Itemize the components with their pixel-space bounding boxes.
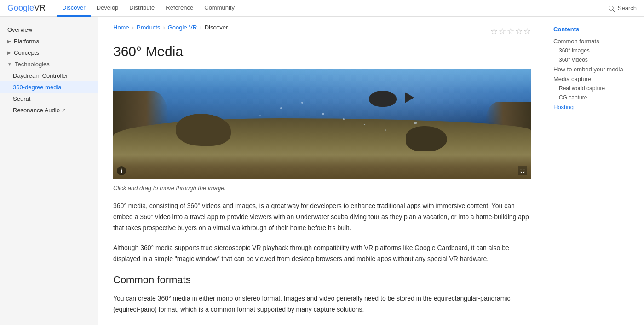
nav-link-distribute[interactable]: Distribute [124, 0, 160, 17]
left-sidebar: Overview▶Platforms▶Concepts▼Technologies… [0, 17, 98, 325]
breadcrumb-sep2: › [163, 24, 165, 31]
page-layout: Overview▶Platforms▶Concepts▼Technologies… [0, 17, 644, 325]
breadcrumb-row: Home › Products › Google VR › Discover ☆… [113, 24, 531, 38]
nav-link-community[interactable]: Community [199, 0, 240, 17]
toc-item-cg-capture[interactable]: CG capture [546, 93, 644, 102]
media-info-icon[interactable]: ℹ [117, 166, 126, 175]
breadcrumb-home[interactable]: Home [113, 24, 129, 31]
sidebar-item-label: Seurat [13, 95, 30, 102]
toc-item-how-to-embed-your-media[interactable]: How to embed your media [546, 64, 644, 74]
breadcrumb-products[interactable]: Products [137, 24, 160, 31]
breadcrumb-sep3: › [200, 24, 201, 31]
fish [369, 88, 406, 109]
toc-item-real-world-capture[interactable]: Real world capture [546, 84, 644, 93]
page-title: 360° Media [113, 44, 531, 59]
external-link-icon: ↗ [62, 107, 66, 113]
star-1[interactable]: ☆ [490, 26, 498, 36]
bubble3 [322, 113, 324, 115]
sidebar-item-label: Overview [7, 26, 32, 33]
media-fullscreen-icon[interactable] [518, 166, 527, 175]
star-5[interactable]: ☆ [523, 26, 531, 36]
star-2[interactable]: ☆ [499, 26, 506, 36]
svg-line-1 [613, 10, 615, 12]
bubble8 [301, 102, 303, 104]
sidebar-item-label: Daydream Controller [13, 72, 68, 79]
sidebar-item-platforms[interactable]: ▶Platforms [0, 35, 98, 47]
bubble6 [414, 122, 417, 124]
main-content: Home › Products › Google VR › Discover ☆… [98, 17, 546, 325]
toc-item-360-images[interactable]: 360° images [546, 46, 644, 55]
fish-tail [405, 92, 414, 103]
toc-item-common-formats[interactable]: Common formats [546, 36, 644, 46]
star-3[interactable]: ☆ [507, 26, 514, 36]
bubble7 [259, 115, 261, 116]
svg-point-0 [609, 6, 613, 10]
section-title-formats: Common formats [113, 274, 531, 286]
sidebar-item-concepts[interactable]: ▶Concepts [0, 47, 98, 58]
logo-google: Google [7, 3, 34, 13]
breadcrumb-current: Discover [205, 24, 228, 31]
media-container: ℹ [113, 69, 531, 179]
search-icon [608, 5, 615, 12]
sidebar-item-label: Resonance Audio [13, 107, 60, 114]
top-navigation: Google VR DiscoverDevelopDistributeRefer… [0, 0, 644, 17]
sidebar-item-technologies[interactable]: ▼Technologies [0, 58, 98, 70]
formats-text: You can create 360° media in either mono… [113, 293, 531, 315]
chevron-icon: ▼ [7, 62, 12, 67]
toc-item-360-videos[interactable]: 360° videos [546, 55, 644, 64]
sidebar-item-360-degree-media[interactable]: 360-degree media [0, 81, 98, 93]
sidebar-item-resonance-audio[interactable]: Resonance Audio↗ [0, 104, 98, 116]
media-image[interactable] [113, 69, 531, 179]
nav-link-discover[interactable]: Discover [57, 0, 91, 17]
body-text2: Although 360° media supports true stereo… [113, 243, 531, 265]
sidebar-item-label: 360-degree media [13, 84, 62, 91]
chevron-icon: ▶ [7, 39, 11, 44]
right-sidebar-toc: Contents Common formats360° images360° v… [546, 17, 644, 325]
toc-item-hosting[interactable]: Hosting [546, 102, 644, 112]
breadcrumb-sep1: › [132, 24, 134, 31]
toc-title: Contents [546, 24, 644, 36]
search-label: Search [618, 5, 637, 12]
sidebar-item-label: Technologies [15, 61, 50, 68]
sidebar-item-overview[interactable]: Overview [0, 24, 98, 35]
bubble2 [364, 124, 365, 125]
logo-vr: VR [34, 3, 46, 13]
logo[interactable]: Google VR [7, 3, 46, 13]
nav-link-reference[interactable]: Reference [160, 0, 199, 17]
image-caption: Click and drag to move through the image… [113, 185, 531, 192]
rock2 [406, 126, 447, 151]
fish-body [369, 91, 397, 107]
sidebar-item-daydream-controller[interactable]: Daydream Controller [0, 70, 98, 81]
sidebar-item-label: Concepts [14, 49, 39, 56]
nav-link-develop[interactable]: Develop [91, 0, 124, 17]
star-4[interactable]: ☆ [515, 26, 523, 36]
sidebar-item-label: Platforms [14, 38, 39, 45]
search-area[interactable]: Search [608, 5, 637, 12]
nav-links: DiscoverDevelopDistributeReferenceCommun… [57, 0, 608, 16]
breadcrumb: Home › Products › Google VR › Discover [113, 24, 228, 31]
toc-item-media-capture[interactable]: Media capture [546, 74, 644, 84]
chevron-icon: ▶ [7, 50, 11, 55]
breadcrumb-googlevr[interactable]: Google VR [168, 24, 197, 31]
rating-area: ☆ ☆ ☆ ☆ ☆ [489, 26, 531, 36]
body-text1: 360° media, consisting of 360° videos an… [113, 201, 531, 233]
sidebar-item-seurat[interactable]: Seurat [0, 93, 98, 104]
